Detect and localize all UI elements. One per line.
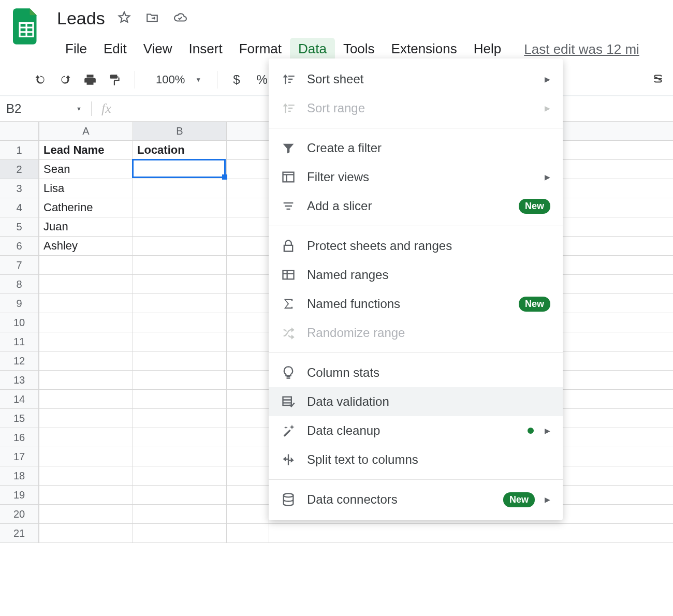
row-header[interactable]: 12 bbox=[0, 351, 39, 371]
cell-B8[interactable] bbox=[133, 275, 227, 294]
cell-A16[interactable] bbox=[39, 428, 133, 447]
row-header[interactable]: 13 bbox=[0, 371, 39, 390]
cell-A10[interactable] bbox=[39, 313, 133, 332]
row-header[interactable]: 19 bbox=[0, 486, 39, 505]
cell-A8[interactable] bbox=[39, 275, 133, 294]
row-header[interactable]: 6 bbox=[0, 237, 39, 256]
menu-named-functions[interactable]: Named functions New bbox=[269, 289, 563, 318]
cell-C20[interactable] bbox=[227, 505, 269, 524]
row-header[interactable]: 16 bbox=[0, 428, 39, 447]
cell-B13[interactable] bbox=[133, 371, 227, 390]
cell-C7[interactable] bbox=[227, 256, 269, 275]
cell-C2[interactable] bbox=[227, 160, 269, 179]
cell-C16[interactable] bbox=[227, 428, 269, 447]
menu-file[interactable]: File bbox=[57, 38, 95, 61]
menu-edit[interactable]: Edit bbox=[95, 38, 135, 61]
row-header[interactable]: 14 bbox=[0, 390, 39, 409]
cell-B10[interactable] bbox=[133, 313, 227, 332]
cell-C6[interactable] bbox=[227, 237, 269, 256]
column-header-C[interactable] bbox=[227, 122, 269, 141]
menu-view[interactable]: View bbox=[135, 38, 181, 61]
cell-B12[interactable] bbox=[133, 351, 227, 371]
cell-C17[interactable] bbox=[227, 447, 269, 466]
cell-C11[interactable] bbox=[227, 332, 269, 351]
cell-C4[interactable] bbox=[227, 198, 269, 217]
menu-column-stats[interactable]: Column stats bbox=[269, 358, 563, 387]
menu-create-filter[interactable]: Create a filter bbox=[269, 134, 563, 163]
paint-format-button[interactable] bbox=[105, 69, 125, 90]
row-header[interactable]: 3 bbox=[0, 179, 39, 198]
menu-insert[interactable]: Insert bbox=[181, 38, 231, 61]
cell-C12[interactable] bbox=[227, 351, 269, 371]
menu-data[interactable]: Data bbox=[290, 38, 335, 61]
cell-C19[interactable] bbox=[227, 486, 269, 505]
column-header-A[interactable]: A bbox=[39, 122, 133, 141]
cell-B2[interactable] bbox=[133, 160, 227, 179]
cell-A17[interactable] bbox=[39, 447, 133, 466]
cell-B19[interactable] bbox=[133, 486, 227, 505]
last-edit-link[interactable]: Last edit was 12 mi bbox=[524, 41, 639, 57]
cell-A12[interactable] bbox=[39, 351, 133, 371]
cell-B3[interactable] bbox=[133, 179, 227, 198]
cell-C18[interactable] bbox=[227, 466, 269, 486]
cell-A4[interactable]: Catherine bbox=[39, 198, 133, 217]
cell-C13[interactable] bbox=[227, 371, 269, 390]
row-header[interactable]: 21 bbox=[0, 524, 39, 543]
cell-A13[interactable] bbox=[39, 371, 133, 390]
cell-B16[interactable] bbox=[133, 428, 227, 447]
cell-A21[interactable] bbox=[39, 524, 133, 543]
menu-help[interactable]: Help bbox=[465, 38, 509, 61]
cell-B15[interactable] bbox=[133, 409, 227, 428]
print-button[interactable] bbox=[80, 69, 100, 90]
cell-B20[interactable] bbox=[133, 505, 227, 524]
row-header[interactable]: 7 bbox=[0, 256, 39, 275]
cell-B9[interactable] bbox=[133, 294, 227, 313]
row-header[interactable]: 2 bbox=[0, 160, 39, 179]
cell-A1[interactable]: Lead Name bbox=[39, 141, 133, 160]
redo-button[interactable] bbox=[55, 69, 76, 90]
row-header[interactable]: 11 bbox=[0, 332, 39, 351]
menu-data-connectors[interactable]: Data connectors New ▶ bbox=[269, 485, 563, 514]
cell-A18[interactable] bbox=[39, 466, 133, 486]
menu-sort-sheet[interactable]: Sort sheet▶ bbox=[269, 65, 563, 94]
cell-B18[interactable] bbox=[133, 466, 227, 486]
menu-data-validation[interactable]: Data validation bbox=[269, 387, 563, 416]
cell-A9[interactable] bbox=[39, 294, 133, 313]
cell-A14[interactable] bbox=[39, 390, 133, 409]
cell-C9[interactable] bbox=[227, 294, 269, 313]
document-title[interactable]: Leads bbox=[57, 8, 105, 28]
menu-format[interactable]: Format bbox=[231, 38, 290, 61]
cell-C15[interactable] bbox=[227, 409, 269, 428]
cell-A15[interactable] bbox=[39, 409, 133, 428]
strikethrough-button[interactable] bbox=[648, 72, 668, 87]
cell-B14[interactable] bbox=[133, 390, 227, 409]
cell-A7[interactable] bbox=[39, 256, 133, 275]
cell-A19[interactable] bbox=[39, 486, 133, 505]
cell-C3[interactable] bbox=[227, 179, 269, 198]
cloud-status-icon[interactable] bbox=[173, 11, 187, 26]
cell-C5[interactable] bbox=[227, 217, 269, 237]
cell-B4[interactable] bbox=[133, 198, 227, 217]
menu-extensions[interactable]: Extensions bbox=[383, 38, 465, 61]
row-header[interactable]: 15 bbox=[0, 409, 39, 428]
sheets-logo-icon[interactable] bbox=[10, 8, 42, 49]
undo-button[interactable] bbox=[30, 69, 51, 90]
cell-B5[interactable] bbox=[133, 217, 227, 237]
cell-C14[interactable] bbox=[227, 390, 269, 409]
row-header[interactable]: 9 bbox=[0, 294, 39, 313]
cell-A11[interactable] bbox=[39, 332, 133, 351]
cell-D21[interactable] bbox=[269, 524, 673, 543]
cell-B17[interactable] bbox=[133, 447, 227, 466]
cell-A2[interactable]: Sean bbox=[39, 160, 133, 179]
row-header[interactable]: 17 bbox=[0, 447, 39, 466]
row-header[interactable]: 8 bbox=[0, 275, 39, 294]
cell-B11[interactable] bbox=[133, 332, 227, 351]
row-header[interactable]: 1 bbox=[0, 141, 39, 160]
cell-C21[interactable] bbox=[227, 524, 269, 543]
cell-C10[interactable] bbox=[227, 313, 269, 332]
cell-C8[interactable] bbox=[227, 275, 269, 294]
cell-B7[interactable] bbox=[133, 256, 227, 275]
format-currency-button[interactable]: $ bbox=[227, 72, 246, 87]
cell-A6[interactable]: Ashley bbox=[39, 237, 133, 256]
move-icon[interactable] bbox=[145, 11, 159, 26]
